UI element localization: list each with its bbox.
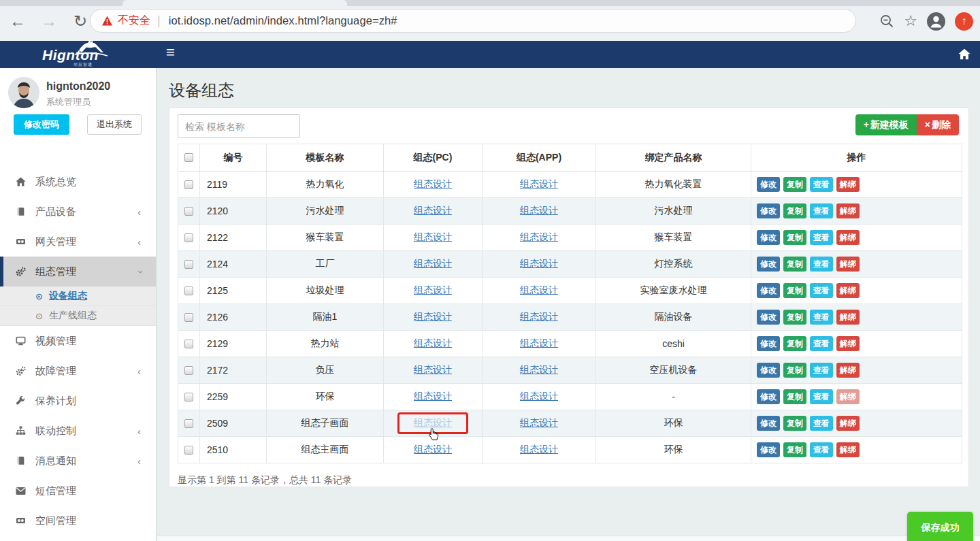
sidebar-item-notification[interactable]: 消息通知 ‹: [0, 446, 156, 476]
app-config-link[interactable]: 组态设计: [520, 258, 558, 269]
edit-button[interactable]: 修改: [757, 177, 780, 192]
unbind-button[interactable]: 解绑: [836, 230, 860, 245]
sidebar-item-config[interactable]: 组态管理 ‹: [0, 257, 156, 286]
pc-config-link[interactable]: 组态设计: [414, 391, 452, 401]
sidebar-item-video[interactable]: 视频管理: [0, 326, 156, 356]
copy-button[interactable]: 复制: [783, 363, 806, 378]
row-checkbox[interactable]: [184, 313, 193, 322]
app-config-link[interactable]: 组态设计: [520, 391, 558, 401]
copy-button[interactable]: 复制: [783, 310, 806, 325]
pc-config-link[interactable]: 组态设计: [414, 205, 452, 216]
search-input[interactable]: [178, 114, 300, 138]
app-config-link[interactable]: 组态设计: [520, 417, 558, 428]
pc-config-link[interactable]: 组态设计: [414, 417, 452, 428]
row-checkbox[interactable]: [184, 260, 193, 269]
copy-button[interactable]: 复制: [783, 442, 806, 457]
copy-button[interactable]: 复制: [783, 389, 806, 404]
row-checkbox[interactable]: [184, 446, 193, 455]
sidebar-item-fault[interactable]: 故障管理 ‹: [0, 356, 156, 386]
browser-tab[interactable]: [122, 0, 347, 6]
app-config-link[interactable]: 组态设计: [520, 364, 558, 375]
unbind-button[interactable]: 解绑: [836, 416, 860, 431]
row-checkbox[interactable]: [184, 340, 193, 348]
unbind-button[interactable]: 解绑: [836, 363, 860, 378]
copy-button[interactable]: 复制: [783, 230, 806, 245]
copy-button[interactable]: 复制: [783, 336, 806, 351]
edit-button[interactable]: 修改: [757, 389, 780, 404]
pc-config-link[interactable]: 组态设计: [414, 258, 452, 269]
copy-button[interactable]: 复制: [783, 177, 806, 192]
copy-button[interactable]: 复制: [783, 283, 806, 298]
browser-update-icon[interactable]: ↑: [955, 12, 973, 31]
app-config-link[interactable]: 组态设计: [520, 178, 558, 189]
delete-button[interactable]: ×删除: [917, 114, 959, 135]
edit-button[interactable]: 修改: [757, 310, 780, 325]
view-button[interactable]: 查看: [810, 389, 833, 404]
pc-config-link[interactable]: 组态设计: [414, 364, 452, 375]
bookmark-star-icon[interactable]: ☆: [904, 12, 917, 30]
row-checkbox[interactable]: [184, 207, 193, 216]
select-all-checkbox[interactable]: [184, 153, 193, 162]
sidebar-item-linkage[interactable]: 联动控制 ‹: [0, 416, 156, 446]
pc-config-link[interactable]: 组态设计: [414, 178, 452, 189]
sidebar-toggle-icon[interactable]: ≡: [166, 44, 175, 61]
browser-profile-icon[interactable]: [927, 12, 945, 31]
user-avatar[interactable]: [8, 77, 39, 108]
row-checkbox[interactable]: [184, 366, 193, 375]
edit-button[interactable]: 修改: [757, 230, 780, 245]
unbind-button[interactable]: 解绑: [836, 283, 860, 298]
sidebar-item-overview[interactable]: 系统总览: [0, 167, 156, 197]
sidebar-item-maintenance[interactable]: 保养计划: [0, 386, 156, 416]
pc-config-link[interactable]: 组态设计: [414, 338, 452, 348]
view-button[interactable]: 查看: [810, 203, 833, 218]
copy-button[interactable]: 复制: [783, 257, 806, 272]
app-config-link[interactable]: 组态设计: [520, 284, 558, 295]
pc-config-link[interactable]: 组态设计: [414, 231, 452, 242]
row-checkbox[interactable]: [184, 233, 193, 242]
view-button[interactable]: 查看: [810, 416, 833, 431]
row-checkbox[interactable]: [184, 180, 193, 189]
pc-config-link[interactable]: 组态设计: [414, 311, 452, 322]
app-config-link[interactable]: 组态设计: [520, 444, 558, 455]
back-button[interactable]: ←: [8, 9, 27, 33]
unbind-button[interactable]: 解绑: [836, 336, 860, 351]
view-button[interactable]: 查看: [810, 363, 833, 378]
change-password-button[interactable]: 修改密码: [14, 114, 69, 135]
edit-button[interactable]: 修改: [757, 442, 780, 457]
row-checkbox[interactable]: [184, 286, 193, 295]
unbind-button[interactable]: 解绑: [836, 257, 860, 272]
unbind-button[interactable]: 解绑: [836, 203, 860, 218]
sidebar-item-gateway[interactable]: 网关管理 ‹: [0, 227, 156, 257]
copy-button[interactable]: 复制: [783, 416, 806, 431]
row-checkbox[interactable]: [184, 419, 193, 428]
sidebar-item-products[interactable]: 产品设备 ‹: [0, 197, 156, 227]
view-button[interactable]: 查看: [810, 336, 833, 351]
edit-button[interactable]: 修改: [757, 416, 780, 431]
sidebar-item-line-config[interactable]: ⊙ 生产线组态: [0, 306, 156, 326]
forward-button[interactable]: →: [39, 9, 59, 33]
edit-button[interactable]: 修改: [757, 203, 780, 218]
pc-config-link[interactable]: 组态设计: [414, 284, 452, 295]
edit-button[interactable]: 修改: [757, 363, 780, 378]
logout-button[interactable]: 退出系统: [87, 114, 142, 135]
sidebar-item-device-config[interactable]: ⊙ 设备组态: [0, 286, 156, 306]
edit-button[interactable]: 修改: [757, 336, 780, 351]
view-button[interactable]: 查看: [810, 257, 833, 272]
view-button[interactable]: 查看: [810, 177, 833, 192]
view-button[interactable]: 查看: [810, 283, 833, 298]
home-icon[interactable]: [958, 48, 970, 60]
app-config-link[interactable]: 组态设计: [520, 311, 558, 322]
sidebar-item-sms[interactable]: 短信管理: [0, 476, 156, 506]
edit-button[interactable]: 修改: [757, 257, 780, 272]
view-button[interactable]: 查看: [810, 442, 833, 457]
app-config-link[interactable]: 组态设计: [520, 338, 558, 348]
view-button[interactable]: 查看: [810, 310, 833, 325]
unbind-button[interactable]: 解绑: [836, 389, 860, 404]
new-template-button[interactable]: +新建模板: [855, 114, 917, 135]
sidebar-item-space[interactable]: 空间管理: [0, 506, 156, 536]
address-bar[interactable]: 不安全 | iot.idosp.net/admin/index.html?lan…: [90, 9, 856, 33]
view-button[interactable]: 查看: [810, 230, 833, 245]
app-config-link[interactable]: 组态设计: [520, 205, 558, 216]
edit-button[interactable]: 修改: [757, 283, 780, 298]
unbind-button[interactable]: 解绑: [836, 442, 860, 457]
